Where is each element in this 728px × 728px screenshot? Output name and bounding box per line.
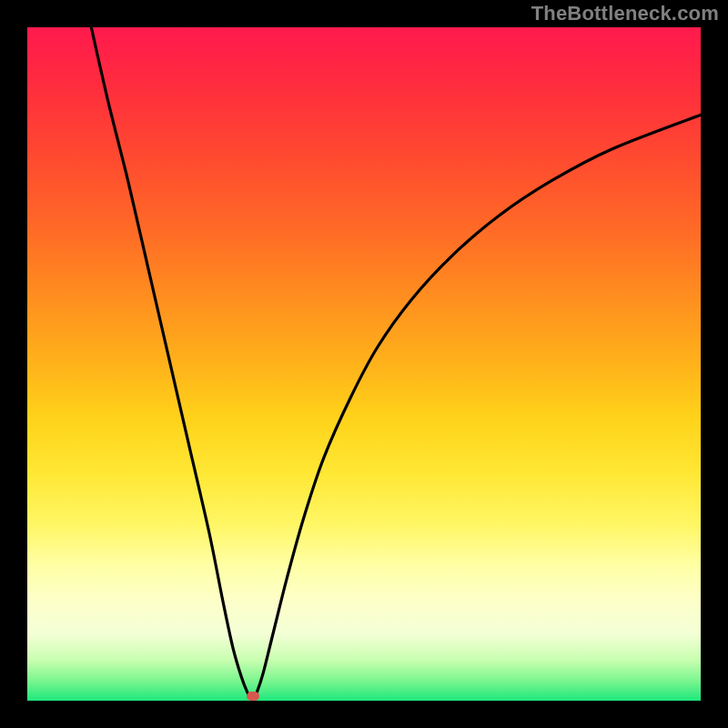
- chart-stage: TheBottleneck.com: [0, 0, 728, 728]
- plot-area: [27, 27, 701, 701]
- optimal-point-marker: [247, 692, 259, 701]
- watermark-text: TheBottleneck.com: [531, 2, 719, 25]
- bottleneck-curve: [27, 27, 701, 701]
